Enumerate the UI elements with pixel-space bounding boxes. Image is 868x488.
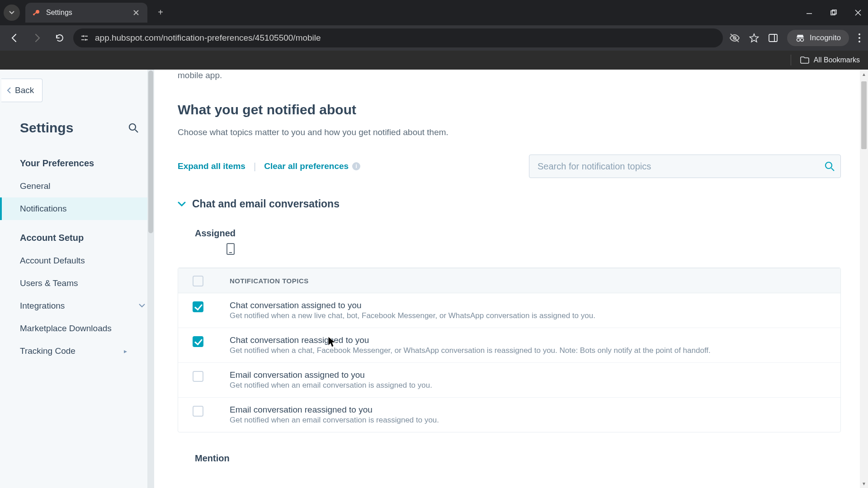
svg-point-11 [85,39,86,41]
scroll-up-button[interactable]: ▲ [860,70,868,79]
page-scrollbar[interactable]: ▲ ▼ [860,70,868,488]
sidebar-scrollbar[interactable] [147,70,154,488]
table-row: Email conversation assigned to you Get n… [178,363,840,398]
eye-off-icon[interactable] [729,33,740,43]
kebab-menu-icon[interactable] [858,33,861,43]
scrollbar-thumb[interactable] [148,70,153,233]
settings-title: Settings [20,120,73,136]
select-all-checkbox[interactable] [193,276,203,286]
main-panel: mobile app. What you get notified about … [154,70,868,488]
address-bar[interactable]: app.hubspot.com/notification-preferences… [73,28,723,47]
scrollbar-thumb[interactable] [861,81,867,149]
clear-all-button[interactable]: Clear all preferences i [264,161,360,171]
search-icon[interactable] [825,161,835,171]
table-row: Chat conversation reassigned to you Get … [178,328,840,363]
sidebar-item-label: Marketplace Downloads [20,324,112,333]
sidebar-item-label: Users & Teams [20,278,78,288]
forward-nav-button[interactable] [28,29,46,47]
folder-icon [800,56,809,64]
sidebar-section-preferences: Your Preferences [0,145,154,175]
tab-close-button[interactable] [132,9,140,17]
actions-row: Expand all items | Clear all preferences… [178,155,841,178]
svg-point-17 [801,38,804,42]
incognito-icon [795,34,805,42]
sidebar-item-label: Integrations [20,301,65,311]
search-container [529,155,841,178]
column-header-topics: NOTIFICATION TOPICS [230,277,309,285]
topic-checkbox[interactable] [193,406,203,417]
chevron-down-icon [139,304,145,308]
sidebar-item-tracking-code[interactable]: Tracking Code ▸ [0,340,154,362]
topic-checkbox[interactable] [193,371,203,382]
clear-all-label: Clear all preferences [264,161,349,171]
svg-point-22 [129,124,136,130]
svg-point-16 [797,38,800,42]
info-icon: i [352,162,360,170]
topic-description: Get notified when an email conversation … [230,381,432,390]
separator: | [254,161,256,172]
reload-button[interactable] [51,29,69,47]
back-label: Back [15,85,34,95]
topic-checkbox[interactable] [193,301,203,312]
chevron-down-icon [178,202,186,207]
new-tab-button[interactable]: + [152,4,169,21]
page-content: Back Settings Your Preferences General N… [0,70,868,488]
settings-sidebar: Back Settings Your Preferences General N… [0,70,154,488]
sidebar-item-notifications[interactable]: Notifications [0,197,154,220]
channel-icon-row [195,239,841,259]
svg-point-10 [83,35,85,37]
sidebar-item-users-teams[interactable]: Users & Teams [0,272,154,295]
browser-tab[interactable]: Settings [25,3,147,23]
topic-description: Get notified when a new live chat, bot, … [230,311,595,320]
subcategory-assigned: Assigned [195,228,841,239]
sidebar-item-marketplace-downloads[interactable]: Marketplace Downloads [0,317,154,340]
tab-title: Settings [46,9,72,17]
sidebar-item-label: General [20,181,51,191]
sidebar-section-account-setup: Account Setup [0,220,154,249]
back-button[interactable]: Back [1,79,42,102]
svg-rect-14 [769,34,777,42]
section-heading: What you get notified about [178,102,841,117]
tab-search-button[interactable] [4,5,20,21]
svg-line-2 [34,12,37,14]
topic-title: Email conversation reassigned to you [230,405,439,415]
sidebar-item-general[interactable]: General [0,175,154,197]
sidebar-item-label: Tracking Code [20,346,75,356]
expand-all-label: Expand all items [178,161,245,171]
site-settings-icon[interactable] [80,34,89,42]
sidebar-search-button[interactable] [126,121,141,135]
notification-search-input[interactable] [529,155,841,178]
incognito-chip[interactable]: Incognito [787,30,849,46]
sidebar-item-account-defaults[interactable]: Account Defaults [0,249,154,272]
svg-rect-8 [81,39,84,40]
svg-point-24 [826,162,832,169]
svg-point-20 [859,37,860,39]
truncated-lead-text: mobile app. [178,70,841,80]
divider [791,55,791,66]
scroll-down-button[interactable]: ▼ [860,479,868,488]
sidepanel-icon[interactable] [768,33,778,43]
browser-toolbar: app.hubspot.com/notification-preferences… [0,25,868,51]
sidebar-item-label: Notifications [20,204,67,214]
all-bookmarks-button[interactable]: All Bookmarks [814,56,860,64]
bookmarks-bar: All Bookmarks [0,51,868,70]
minimize-icon[interactable] [806,9,813,16]
svg-line-25 [831,168,834,171]
bookmark-star-icon[interactable] [749,33,759,43]
topic-title: Chat conversation assigned to you [230,300,595,310]
svg-point-21 [859,41,860,42]
url-text: app.hubspot.com/notification-preferences… [95,33,321,43]
expand-all-button[interactable]: Expand all items [178,161,245,171]
topic-title: Email conversation assigned to you [230,370,432,380]
back-nav-button[interactable] [5,29,24,47]
close-window-icon[interactable] [854,9,862,16]
topic-checkbox[interactable] [193,336,203,347]
topic-description: Get notified when an email conversation … [230,416,439,425]
maximize-icon[interactable] [830,9,837,16]
caret-down-icon: ▸ [124,347,127,355]
table-header-row: NOTIFICATION TOPICS [178,268,840,293]
sidebar-item-integrations[interactable]: Integrations [0,295,154,317]
category-toggle-chat-email[interactable]: Chat and email conversations [178,198,841,210]
table-row: Chat conversation assigned to you Get no… [178,293,840,328]
incognito-label: Incognito [810,33,841,42]
